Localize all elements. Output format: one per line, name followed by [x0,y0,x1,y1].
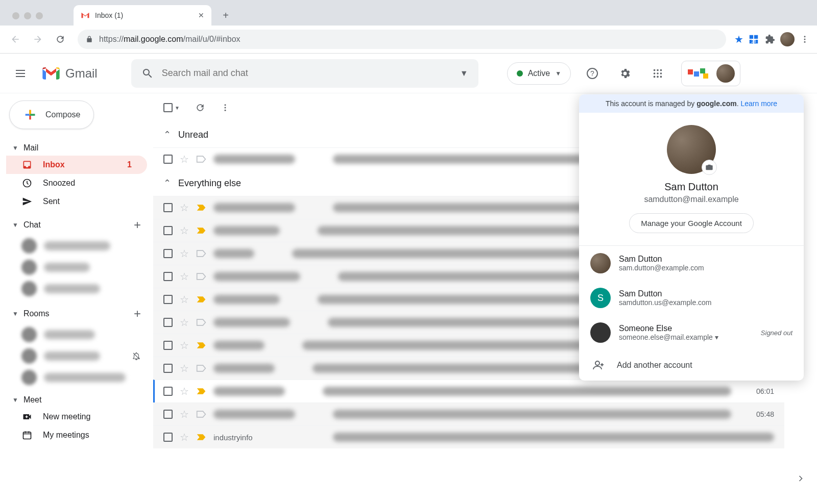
star-icon[interactable]: ☆ [180,201,189,214]
select-all-checkbox[interactable]: ▼ [163,103,180,112]
sidebar-item-my-meetings[interactable]: My meetings [6,426,147,444]
compose-label: Compose [45,110,80,119]
email-row[interactable]: ☆06:01 [153,380,784,402]
email-row[interactable]: ☆industryinfo [153,425,784,448]
back-button[interactable] [6,30,25,48]
browser-menu-icon[interactable] [799,33,811,45]
apps-grid-icon[interactable] [646,62,669,85]
star-icon[interactable]: ☆ [180,153,189,165]
close-tab-icon[interactable]: ✕ [198,11,204,19]
sidebar-section-chat[interactable]: ▼Chat+ [6,215,147,235]
account-row[interactable]: S Sam Duttonsamdutton.us@example.com [579,281,804,315]
sidebar-item-sent[interactable]: Sent [6,192,147,211]
account-avatar: S [590,288,611,308]
support-icon[interactable]: ? [581,62,604,85]
label-icon[interactable] [196,318,206,326]
account-row[interactable]: Someone Elsesomeone.else@mail.example ▾ … [579,315,804,350]
add-room-icon[interactable]: + [134,307,141,321]
label-icon[interactable] [196,249,206,258]
compose-button[interactable]: Compose [9,100,94,129]
chat-contact[interactable] [6,278,147,299]
reload-button[interactable] [51,30,69,48]
close-window-icon[interactable] [12,12,19,19]
extension-icon[interactable]: 28 [748,33,760,45]
search-input[interactable] [162,68,452,79]
search-box[interactable]: ▼ [131,59,478,88]
row-checkbox[interactable] [163,410,173,419]
row-checkbox[interactable] [163,341,173,350]
email-time: 06:01 [749,387,774,395]
row-checkbox[interactable] [163,155,173,164]
status-pill[interactable]: Active ▼ [507,62,571,85]
row-checkbox[interactable] [163,318,173,327]
learn-more-link[interactable]: Learn more [740,99,777,108]
camera-icon[interactable] [702,160,717,175]
room-item[interactable] [6,367,147,388]
maximize-window-icon[interactable] [36,12,43,19]
row-checkbox[interactable] [163,272,173,281]
label-icon[interactable] [196,272,206,281]
star-icon[interactable]: ☆ [180,431,189,443]
extensions-menu-icon[interactable] [764,33,776,45]
room-item[interactable] [6,345,147,367]
star-icon[interactable]: ☆ [180,385,189,397]
important-icon[interactable] [196,387,206,395]
settings-icon[interactable] [614,62,636,85]
tab-strip: Inbox (1) ✕ + [0,0,817,26]
profile-avatar-large[interactable] [667,125,716,174]
sidebar-section-mail[interactable]: ▼Mail [6,140,147,156]
star-icon[interactable]: ☆ [180,316,189,329]
refresh-button[interactable] [195,103,205,113]
sidebar-item-inbox[interactable]: Inbox 1 [6,156,147,174]
gmail-logo[interactable]: Gmail [41,66,98,81]
svg-point-3 [804,41,806,43]
row-checkbox[interactable] [163,203,173,212]
manage-account-button[interactable]: Manage your Google Account [629,213,754,233]
account-row[interactable]: Sam Duttonsam.dutton@example.com [579,246,804,281]
row-checkbox[interactable] [163,433,173,442]
browser-tab[interactable]: Inbox (1) ✕ [74,5,211,26]
add-chat-icon[interactable]: + [134,218,141,232]
room-item[interactable] [6,324,147,345]
chat-contact[interactable] [6,257,147,278]
forward-button[interactable] [29,30,47,48]
main-menu-icon[interactable] [8,61,33,86]
important-icon[interactable] [196,341,206,349]
star-icon[interactable]: ☆ [180,270,189,283]
important-icon[interactable] [196,295,206,304]
sidebar-section-rooms[interactable]: ▼Rooms+ [6,304,147,324]
sidebar-section-meet[interactable]: ▼Meet [6,392,147,408]
label-icon[interactable] [196,364,206,372]
more-actions-icon[interactable] [221,103,230,112]
window-controls[interactable] [12,12,43,19]
profile-switcher[interactable] [681,61,740,86]
sidebar-item-new-meeting[interactable]: New meeting [6,408,147,426]
minimize-window-icon[interactable] [24,12,31,19]
star-icon[interactable]: ☆ [180,247,189,260]
star-icon[interactable]: ☆ [180,224,189,237]
side-panel-toggle-icon[interactable] [796,473,806,484]
row-checkbox[interactable] [163,249,173,258]
bookmark-star-icon[interactable]: ★ [734,33,743,45]
address-bar[interactable]: https://mail.google.com/mail/u/0/#inbox [78,30,726,49]
row-checkbox[interactable] [163,387,173,396]
search-options-icon[interactable]: ▼ [460,69,468,78]
chat-contact[interactable] [6,235,147,257]
star-icon[interactable]: ☆ [180,293,189,306]
important-icon[interactable] [196,433,206,441]
star-icon[interactable]: ☆ [180,339,189,351]
label-icon[interactable] [196,155,206,163]
sidebar-item-snoozed[interactable]: Snoozed [6,174,147,192]
email-row[interactable]: ☆05:48 [153,402,784,425]
add-account-button[interactable]: Add another account [579,350,804,381]
label-icon[interactable] [196,410,206,418]
row-checkbox[interactable] [163,295,173,304]
new-tab-button[interactable]: + [218,7,234,23]
important-icon[interactable] [196,204,206,212]
star-icon[interactable]: ☆ [180,408,189,420]
row-checkbox[interactable] [163,226,173,235]
important-icon[interactable] [196,226,206,235]
browser-profile-avatar[interactable] [780,32,795,46]
row-checkbox[interactable] [163,364,173,373]
star-icon[interactable]: ☆ [180,362,189,374]
